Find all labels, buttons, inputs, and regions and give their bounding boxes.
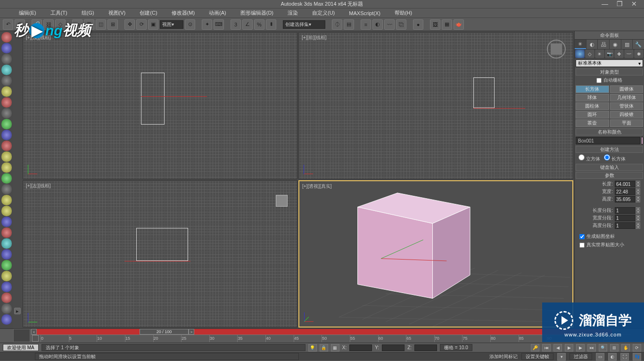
- hsegs-input[interactable]: [615, 222, 636, 229]
- lt-btn-5[interactable]: [1, 76, 12, 86]
- hierarchy-tab[interactable]: 品: [598, 40, 609, 49]
- lt-btn-9[interactable]: [1, 119, 12, 129]
- width-input[interactable]: [615, 188, 636, 195]
- spinner-snap-button[interactable]: ⬍: [266, 19, 276, 30]
- time-ruler[interactable]: 0 5 10 15 20 25 30 35 40 45 50 55 60 65 …: [32, 335, 631, 342]
- render-setup-button[interactable]: 🖼: [430, 19, 440, 30]
- parameters-rollout[interactable]: 参数: [576, 172, 643, 179]
- viewcube-left[interactable]: [276, 195, 288, 207]
- spacewarps-subtab[interactable]: 〰: [624, 50, 634, 58]
- x-coord-input[interactable]: [349, 344, 372, 351]
- graphite-button[interactable]: ◐: [372, 19, 383, 30]
- nav-fov-button[interactable]: ◐: [608, 353, 617, 361]
- auto-key-button[interactable]: 🔑: [531, 344, 539, 352]
- y-coord-input[interactable]: [382, 344, 405, 351]
- time-slider-track[interactable]: < 20 / 100 >: [32, 329, 612, 335]
- nav-zoom-button[interactable]: 🔍: [599, 344, 607, 352]
- mirror-button[interactable]: ⏀: [332, 19, 342, 30]
- pyramid-primitive-button[interactable]: 四棱锥: [610, 111, 644, 118]
- menu-animation[interactable]: 动画(A): [209, 9, 226, 17]
- goto-start-button[interactable]: ⏮: [542, 344, 551, 352]
- sphere-primitive-button[interactable]: 球体: [576, 94, 609, 101]
- object-color-swatch[interactable]: [641, 137, 643, 144]
- snap-button[interactable]: 3: [231, 19, 241, 30]
- height-input[interactable]: [615, 196, 636, 202]
- key-filters-button[interactable]: 过滤器: [570, 353, 592, 360]
- lt-btn-17[interactable]: [1, 206, 12, 216]
- lt-btn-26[interactable]: [1, 303, 12, 314]
- lsegs-input[interactable]: [615, 207, 636, 214]
- width-down[interactable]: ▾: [636, 192, 640, 195]
- goto-end-button[interactable]: ⏭: [587, 344, 596, 352]
- display-tab[interactable]: ▥: [621, 40, 633, 49]
- menu-maxscript[interactable]: MAXScript(X): [349, 10, 380, 16]
- lt-btn-13[interactable]: [1, 162, 12, 173]
- menu-graph-editors[interactable]: 图形编辑器(D): [240, 9, 273, 17]
- percent-snap-button[interactable]: %: [254, 19, 264, 30]
- nav-zoomall-button[interactable]: ⊞: [610, 344, 619, 352]
- next-frame-button[interactable]: >: [189, 329, 194, 335]
- nav-pan-button[interactable]: ✋: [621, 344, 630, 352]
- keyboard-entry-rollout[interactable]: 键盘输入: [576, 164, 643, 171]
- menu-help[interactable]: 帮助(H): [395, 9, 412, 17]
- lt-btn-19[interactable]: [1, 227, 12, 238]
- lt-btn-25[interactable]: [1, 293, 12, 303]
- lt-btn-6[interactable]: [1, 86, 12, 97]
- menu-customize[interactable]: 自定义(U): [312, 9, 335, 17]
- minimize-button[interactable]: —: [602, 0, 608, 8]
- tube-primitive-button[interactable]: 管状体: [610, 102, 644, 110]
- width-up[interactable]: ▴: [636, 188, 640, 192]
- next-button[interactable]: ▶: [576, 344, 585, 352]
- select-region-button[interactable]: ◫: [96, 19, 106, 30]
- nav-orbit-button[interactable]: ⟳: [633, 344, 641, 352]
- create-tab[interactable]: ✳: [575, 40, 586, 49]
- lt-btn-3[interactable]: [1, 54, 12, 64]
- height-up[interactable]: ▴: [636, 196, 640, 199]
- torus-primitive-button[interactable]: 圆环: [576, 111, 609, 118]
- lt-btn-20[interactable]: [1, 238, 12, 249]
- plane-primitive-button[interactable]: 平面: [610, 119, 644, 127]
- length-down[interactable]: ▾: [636, 184, 640, 187]
- add-time-tag[interactable]: 添加时间标记: [489, 353, 518, 360]
- manipulate-button[interactable]: ✦: [202, 19, 212, 30]
- box-primitive-button[interactable]: 长方体: [576, 85, 609, 93]
- lt-btn-4[interactable]: [1, 65, 12, 75]
- lt-btn-12[interactable]: [1, 151, 12, 162]
- angle-snap-button[interactable]: ∠: [242, 19, 253, 30]
- isolate-button[interactable]: ▦: [331, 344, 339, 352]
- lock-button[interactable]: 🔒: [320, 344, 328, 352]
- nav-max-viewport-button[interactable]: ⛶: [620, 353, 629, 361]
- lt-btn-21[interactable]: [1, 249, 12, 260]
- menu-modifiers[interactable]: 修改器(M): [172, 9, 195, 17]
- key-filters-icon[interactable]: ▾: [557, 353, 566, 361]
- menu-create[interactable]: 创建(C): [140, 9, 157, 17]
- lights-subtab[interactable]: ☀: [595, 50, 604, 58]
- viewport-left-label[interactable]: [+][左][线框]: [26, 183, 51, 189]
- menu-views[interactable]: 视图(V): [108, 9, 126, 17]
- systems-subtab[interactable]: ✱: [634, 50, 644, 58]
- viewport-left[interactable]: [+][左][线框]: [23, 180, 297, 327]
- menu-edit[interactable]: 编辑(E): [19, 9, 36, 17]
- rotate-button[interactable]: ⟳: [136, 19, 147, 30]
- named-selection-dropdown[interactable]: 创建选择集 ▾: [283, 20, 325, 29]
- nav-zoom-region-button[interactable]: ▭: [596, 353, 604, 361]
- scale-button[interactable]: ▣: [148, 19, 158, 30]
- layers-button[interactable]: ≡: [361, 19, 371, 30]
- length-input[interactable]: [615, 181, 636, 187]
- undo-button[interactable]: ↶: [3, 19, 13, 30]
- cube-radio[interactable]: 立方体: [578, 154, 600, 162]
- lt-btn-14[interactable]: [1, 173, 12, 184]
- lt-btn-1[interactable]: [1, 32, 12, 42]
- gen-mapping-checkbox[interactable]: [579, 234, 585, 239]
- render-button[interactable]: 🫖: [454, 19, 464, 30]
- align-button[interactable]: ▤: [344, 19, 354, 30]
- window-crossing-button[interactable]: ⊞: [107, 19, 118, 30]
- keyboard-shortcut-button[interactable]: ⌨: [214, 19, 224, 30]
- motion-tab[interactable]: ◉: [610, 40, 621, 49]
- viewport-front-label[interactable]: [+][前][线框]: [302, 34, 327, 41]
- cylinder-primitive-button[interactable]: 圆柱体: [576, 102, 609, 110]
- prev-button[interactable]: ◀: [553, 344, 562, 352]
- pivot-button[interactable]: ⊙: [185, 19, 195, 30]
- close-button[interactable]: ✕: [631, 0, 637, 8]
- lt-btn-23[interactable]: [1, 271, 12, 281]
